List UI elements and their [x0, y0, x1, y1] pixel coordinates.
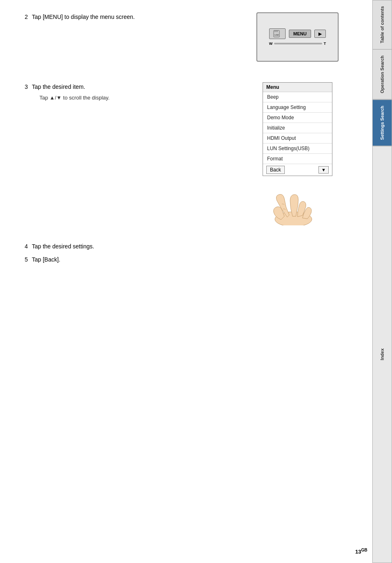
menu-item-beep[interactable]: Beep [263, 92, 332, 102]
zoom-slider[interactable] [274, 43, 322, 44]
step-3-description: Tap the desired item. [32, 83, 85, 90]
step-2-text: 2 Tap [MENU] to display the menu screen. [25, 12, 181, 21]
sd-card-button: USB [269, 28, 286, 39]
device-controls: USB MENU ▶ W [269, 28, 326, 46]
menu-button-label: MENU [293, 31, 307, 36]
step-4-number: 4 [25, 243, 28, 250]
play-button[interactable]: ▶ [314, 30, 326, 38]
scroll-down-button[interactable]: ▼ [318, 166, 329, 174]
step-3-text: 3 Tap the desired item. [25, 82, 181, 91]
step-3-text-area: 3 Tap the desired item. Tap ▲/▼ to scrol… [25, 82, 181, 101]
sidebar-item-settings-search[interactable]: Settings Search [372, 100, 392, 146]
menu-item-initialize[interactable]: Initialize [263, 123, 332, 133]
menu-panel: Menu Beep Language Setting Demo Mode Ini… [263, 82, 332, 176]
menu-footer: Back ▼ [263, 164, 332, 176]
step-3-number: 3 [25, 83, 28, 90]
menu-item-demo[interactable]: Demo Mode [263, 113, 332, 123]
step-4-text: 4 Tap the desired settings. [25, 242, 345, 251]
menu-item-lun[interactable]: LUN Settings(USB) [263, 144, 332, 154]
page-number: 13GB [355, 548, 367, 555]
menu-item-hdmi[interactable]: HDMI Output [263, 133, 332, 144]
step-2-text-area: 2 Tap [MENU] to display the menu screen. [25, 12, 181, 25]
device-image: USB MENU ▶ W [256, 12, 339, 62]
step-5-text: 5 Tap [Back]. [25, 255, 345, 264]
step-5-description: Tap [Back]. [32, 256, 60, 263]
hand-svg [256, 180, 330, 225]
step-2-section: 2 Tap [MENU] to display the menu screen. [25, 12, 345, 62]
menu-item-format[interactable]: Format [263, 154, 332, 164]
zoom-slider-row: W T [269, 42, 326, 46]
menu-item-language[interactable]: Language Setting [263, 102, 332, 113]
step-3-subtext: Tap ▲/▼ to scroll the display. [39, 95, 181, 101]
content-area: 2 Tap [MENU] to display the menu screen. [25, 12, 345, 264]
steps-bottom: 4 Tap the desired settings. 5 Tap [Back]… [25, 242, 345, 264]
tele-label: T [324, 42, 326, 46]
page-container: Table of contents Operation Search Setti… [0, 0, 392, 563]
step-2-description: Tap [MENU] to display the menu screen. [32, 14, 135, 20]
step-2-number: 2 [25, 14, 28, 20]
sidebar-item-table-of-contents[interactable]: Table of contents [372, 0, 392, 49]
step-4-description: Tap the desired settings. [32, 243, 94, 250]
step-5-number: 5 [25, 256, 28, 263]
device-top-buttons: USB MENU ▶ [269, 28, 326, 39]
sidebar-label-operation: Operation Search [380, 56, 385, 93]
device-illustration: USB MENU ▶ W [250, 12, 345, 62]
back-button[interactable]: Back [266, 166, 285, 174]
wide-label: W [269, 42, 273, 46]
sidebar-label-settings: Settings Search [380, 106, 385, 140]
sd-card-icon: USB [273, 30, 282, 37]
menu-title: Menu [263, 83, 332, 92]
svg-text:USB: USB [274, 34, 279, 36]
sidebar-item-operation-search[interactable]: Operation Search [372, 49, 392, 100]
play-icon: ▶ [318, 31, 322, 37]
sidebar-item-index[interactable]: Index [372, 146, 392, 563]
menu-illustration-area: Menu Beep Language Setting Demo Mode Ini… [250, 82, 345, 221]
hand-illustration [256, 180, 339, 221]
sidebar-tabs: Table of contents Operation Search Setti… [372, 0, 392, 563]
page-suffix: GB [361, 548, 367, 552]
step-3-section: 3 Tap the desired item. Tap ▲/▼ to scrol… [25, 82, 345, 221]
page-num: 13 [355, 549, 361, 555]
sidebar-label-toc: Table of contents [380, 6, 385, 43]
menu-button[interactable]: MENU [289, 30, 311, 38]
sidebar-label-index: Index [380, 349, 385, 361]
